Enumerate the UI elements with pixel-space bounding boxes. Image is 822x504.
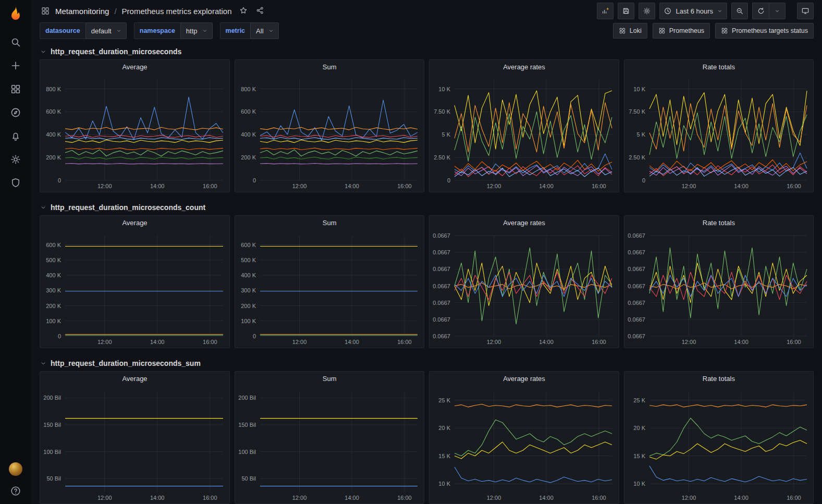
time-series-svg: 50 Bil100 Bil150 Bil200 Bil12:0014:0016:… <box>235 386 424 503</box>
dashboard-row: http_request_duration_microseconds_count… <box>31 200 822 348</box>
refresh-interval-button[interactable] <box>769 3 786 19</box>
configuration-button[interactable] <box>10 154 21 165</box>
series-line <box>65 138 223 140</box>
dashboard-rows: http_request_duration_microsecondsAverag… <box>31 40 822 504</box>
panel-title[interactable]: Rate totals <box>624 60 813 75</box>
favorite-button[interactable] <box>238 6 249 16</box>
breadcrumb-folder[interactable]: Metamonitoring <box>55 7 109 16</box>
svg-text:600 K: 600 K <box>241 108 256 115</box>
row-toggle[interactable]: http_request_duration_microseconds_sum <box>31 355 822 371</box>
dashlink-prometheus[interactable]: Prometheus <box>653 23 710 39</box>
variable-metric-value[interactable]: All <box>250 22 278 39</box>
series-line <box>649 405 807 407</box>
share-icon <box>255 6 265 15</box>
refresh-button-group <box>752 3 786 19</box>
time-range-picker[interactable]: Last 6 hours <box>659 3 727 19</box>
share-button[interactable] <box>255 6 265 16</box>
template-variables: datasource default namespace http metric <box>40 22 279 39</box>
panel-chart: 0100 K200 K300 K400 K500 K600 K12:0014:0… <box>40 230 229 348</box>
svg-text:14:00: 14:00 <box>539 183 554 189</box>
dashboard-header: Metamonitoring / Prometheus metrics expl… <box>31 0 822 22</box>
sidebar <box>0 0 31 504</box>
panel-chart: 0100 K200 K300 K400 K500 K600 K12:0014:0… <box>235 230 424 348</box>
time-series-svg: 0100 K200 K300 K400 K500 K600 K12:0014:0… <box>235 230 424 348</box>
grafana-logo[interactable] <box>7 5 24 22</box>
panel: Average0100 K200 K300 K400 K500 K600 K12… <box>40 215 230 348</box>
time-series-svg: 10 K15 K20 K25 K12:0014:0016:00 <box>430 386 618 503</box>
variable-namespace: namespace http <box>134 22 213 39</box>
search-button[interactable] <box>10 36 21 48</box>
panel: Sum0200 K400 K600 K800 K12:0014:0016:00 <box>235 59 424 192</box>
dashlink-prometheus-targets-status[interactable]: Prometheus targets status <box>715 23 814 39</box>
panel-chart: 0.06670.06670.06670.06670.06670.06670.06… <box>624 230 813 348</box>
variable-namespace-value[interactable]: http <box>180 22 213 39</box>
svg-text:0.0667: 0.0667 <box>433 300 451 306</box>
panel-chart: 50 Bil100 Bil150 Bil200 Bil12:0014:0016:… <box>235 386 424 503</box>
chevron-down-icon <box>202 28 208 34</box>
create-button[interactable] <box>10 60 21 71</box>
dashlink-loki[interactable]: Loki <box>613 23 647 39</box>
zoom-out-time-button[interactable] <box>731 3 748 19</box>
svg-text:0: 0 <box>447 177 450 183</box>
kiosk-mode-button[interactable] <box>797 3 814 19</box>
gear-icon <box>10 154 21 165</box>
variable-datasource: datasource default <box>40 22 127 39</box>
row-toggle[interactable]: http_request_duration_microseconds_count <box>31 200 822 215</box>
svg-text:0.0667: 0.0667 <box>433 283 451 289</box>
svg-text:15 K: 15 K <box>633 453 645 459</box>
panel: Rate totals02.50 K5 K7.50 K10 K12:0014:0… <box>624 59 814 192</box>
chevron-down-icon <box>717 8 723 14</box>
time-series-svg: 0.06670.06670.06670.06670.06670.06670.06… <box>624 230 813 348</box>
gear-icon <box>643 7 651 15</box>
panel-title[interactable]: Sum <box>235 216 424 230</box>
breadcrumb: Metamonitoring / Prometheus metrics expl… <box>41 6 265 16</box>
server-admin-button[interactable] <box>10 177 21 189</box>
svg-text:16:00: 16:00 <box>203 495 217 501</box>
svg-text:2.50 K: 2.50 K <box>629 154 645 161</box>
add-panel-button[interactable] <box>597 3 614 19</box>
help-button[interactable] <box>10 485 21 497</box>
svg-text:10 K: 10 K <box>439 86 451 92</box>
dashboards-button[interactable] <box>10 83 21 95</box>
svg-text:5 K: 5 K <box>636 131 645 138</box>
series-line <box>65 97 223 140</box>
panel-title[interactable]: Average <box>40 216 229 230</box>
series-line <box>455 154 612 174</box>
svg-text:500 K: 500 K <box>46 257 61 263</box>
svg-text:400 K: 400 K <box>241 272 256 278</box>
save-dashboard-button[interactable] <box>618 3 634 19</box>
series-line <box>260 100 418 140</box>
panel-chart: 02.50 K5 K7.50 K10 K12:0014:0016:00 <box>624 75 813 192</box>
panel-title[interactable]: Average <box>40 372 229 386</box>
panel-title[interactable]: Average rates <box>430 216 618 230</box>
svg-text:0: 0 <box>253 333 256 339</box>
svg-text:200 Bil: 200 Bil <box>43 395 61 401</box>
refresh-icon <box>757 7 765 15</box>
dashboard-row: http_request_duration_microsecondsAverag… <box>31 44 822 192</box>
series-line <box>260 164 418 164</box>
panel-title[interactable]: Average <box>40 60 229 75</box>
panel-title[interactable]: Sum <box>235 60 424 75</box>
refresh-button[interactable] <box>752 3 769 19</box>
panel-title[interactable]: Rate totals <box>624 372 813 386</box>
row-toggle[interactable]: http_request_duration_microseconds <box>31 44 822 59</box>
panel-title[interactable]: Rate totals <box>624 216 813 230</box>
svg-text:0: 0 <box>58 333 61 339</box>
dashboard-settings-button[interactable] <box>639 3 655 19</box>
svg-text:12:00: 12:00 <box>97 183 112 189</box>
svg-text:0.0667: 0.0667 <box>628 232 645 239</box>
alerting-button[interactable] <box>10 130 21 142</box>
time-series-svg: 02.50 K5 K7.50 K10 K12:0014:0016:00 <box>624 75 813 192</box>
user-avatar[interactable] <box>9 462 22 476</box>
series-line <box>649 165 807 176</box>
time-series-svg: 50 Bil100 Bil150 Bil200 Bil12:0014:0016:… <box>40 386 229 503</box>
panel-title[interactable]: Average rates <box>430 60 618 75</box>
breadcrumb-separator: / <box>114 7 116 16</box>
svg-text:100 Bil: 100 Bil <box>43 449 61 455</box>
variable-datasource-value[interactable]: default <box>85 22 127 39</box>
explore-button[interactable] <box>10 107 21 118</box>
panel-chart: 0.06670.06670.06670.06670.06670.06670.06… <box>430 230 618 348</box>
svg-text:14:00: 14:00 <box>539 339 554 345</box>
panel-title[interactable]: Sum <box>235 372 424 386</box>
panel-title[interactable]: Average rates <box>430 372 618 386</box>
